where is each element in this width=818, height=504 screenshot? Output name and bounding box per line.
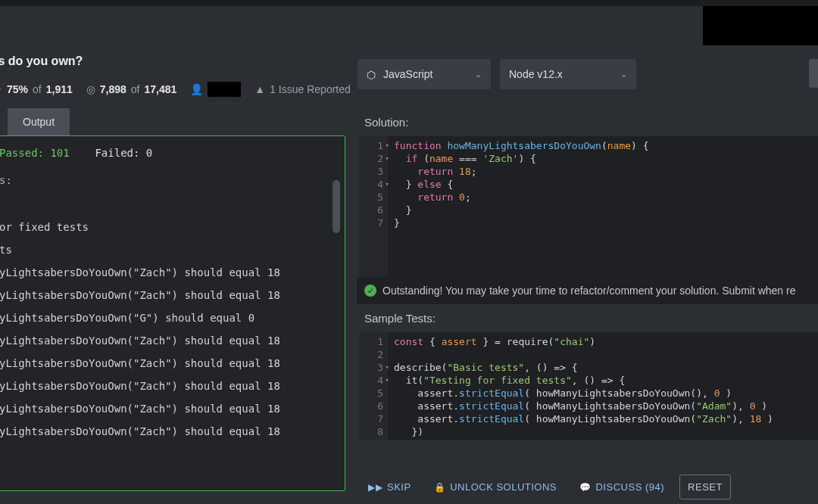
skip-icon: ▶▶ <box>368 482 382 493</box>
output-scrollbar[interactable] <box>333 180 340 233</box>
action-buttons: ▶▶ SKIP 🔒 UNLOCK SOLUTIONS 💬 DISCUSS (94… <box>361 474 731 499</box>
success-message: Outstanding! You may take your time to r… <box>382 285 796 297</box>
test-result-line: yLightsabersDoYouOwn("Zach") should equa… <box>0 289 334 301</box>
chat-icon: 💬 <box>579 482 592 493</box>
top-bar <box>0 0 818 6</box>
stat-completions-count: 7,898 <box>100 83 126 95</box>
passed-count: Passed: 101 <box>0 147 70 159</box>
author-redacted <box>208 82 241 97</box>
test-summary: Passed: 101 Failed: 0 <box>0 147 334 159</box>
chevron-down-icon: ⌄ <box>475 70 482 79</box>
check-icon: ✓ <box>364 285 376 297</box>
language-dropdown[interactable]: ⬡ JavaScript ⌄ <box>357 59 491 89</box>
test-result-line: yLightsabersDoYouOwn("Zach") should equa… <box>0 334 334 347</box>
sample-tests-label: Sample Tests: <box>357 304 818 332</box>
tab-output-label: Output <box>23 116 55 128</box>
runtime-dropdown-label: Node v12.x <box>509 68 563 80</box>
chevron-down-icon: ⌄ <box>620 70 627 79</box>
stat-author: 👤 <box>190 82 241 97</box>
reset-button[interactable]: RESET <box>679 474 731 499</box>
js-icon: ⬡ <box>367 69 377 79</box>
unlock-button-label: UNLOCK SOLUTIONS <box>450 481 557 493</box>
unlock-solutions-button[interactable]: 🔒 UNLOCK SOLUTIONS <box>426 475 564 499</box>
top-right-black-box <box>703 6 818 45</box>
language-dropdown-label: JavaScript <box>383 68 432 80</box>
test-result-line: yLightsabersDoYouOwn("G") should equal 0 <box>0 312 334 324</box>
stat-completions: ◎ 7,898 of 17,481 <box>86 83 177 95</box>
sample-tests-editor[interactable]: 123▾4▾5678 const { assert } = require("c… <box>357 332 818 440</box>
test-result-line: yLightsabersDoYouOwn("Zach") should equa… <box>0 403 334 415</box>
solution-code[interactable]: function howManyLightsabersDoYouOwn(name… <box>359 136 818 232</box>
test-result-line: yLightsabersDoYouOwn("Zach") should equa… <box>0 425 334 437</box>
test-heading-1: s: <box>0 174 334 186</box>
editor-gutter: 1▾2▾34▾567 <box>359 136 388 277</box>
test-result-line: yLightsabersDoYouOwn("Zach") should equa… <box>0 357 334 369</box>
stat-of-label: of <box>33 83 42 95</box>
stat-satisfaction: ★ 75% of 1,911 <box>0 83 73 95</box>
test-result-line: yLightsabersDoYouOwn("Zach") should equa… <box>0 266 334 278</box>
user-icon: 👤 <box>190 83 203 95</box>
test-heading-2: or fixed tests <box>0 221 334 233</box>
test-heading-3: ts <box>0 244 334 256</box>
tab-output[interactable]: Output <box>8 108 70 135</box>
stats-row: ★ 75% of 1,911 ◎ 7,898 of 17,481 👤 ▲ 1 I… <box>0 82 351 97</box>
stat-satisfaction-total: 1,911 <box>46 83 73 95</box>
output-panel: Passed: 101 Failed: 0 s: or fixed tests … <box>0 135 345 491</box>
kata-title: _any lightsabers do you own? <box>0 54 83 68</box>
star-icon: ★ <box>0 83 2 95</box>
success-banner: ✓ Outstanding! You may take your time to… <box>357 277 818 304</box>
stat-issues-label: 1 Issue Reported <box>270 83 351 95</box>
stat-issues[interactable]: ▲ 1 Issue Reported <box>254 83 350 95</box>
failed-count: Failed: 0 <box>95 147 152 159</box>
sample-tests-code[interactable]: const { assert } = require("chai") descr… <box>359 332 818 441</box>
stat-completions-total: 17,481 <box>145 83 177 95</box>
stat-satisfaction-pct: 75% <box>7 83 28 95</box>
reset-button-label: RESET <box>688 481 723 493</box>
lock-icon: 🔒 <box>434 482 446 493</box>
warning-icon: ▲ <box>254 83 265 95</box>
discuss-button[interactable]: 💬 DISCUSS (94) <box>572 475 672 499</box>
skip-button-label: SKIP <box>387 481 411 493</box>
editor-gutter: 123▾4▾5678 <box>359 332 388 440</box>
solution-editor[interactable]: 1▾2▾34▾567 function howManyLightsabersDo… <box>357 136 818 277</box>
discuss-button-label: DISCUSS (94) <box>596 481 665 493</box>
runtime-dropdown[interactable]: Node v12.x ⌄ <box>500 59 636 89</box>
test-result-line: yLightsabersDoYouOwn("Zach") should equa… <box>0 380 334 392</box>
target-icon: ◎ <box>86 83 95 95</box>
stat-of-label: of <box>131 83 140 95</box>
solution-label: Solution: <box>357 108 818 136</box>
skip-button[interactable]: ▶▶ SKIP <box>361 475 419 499</box>
